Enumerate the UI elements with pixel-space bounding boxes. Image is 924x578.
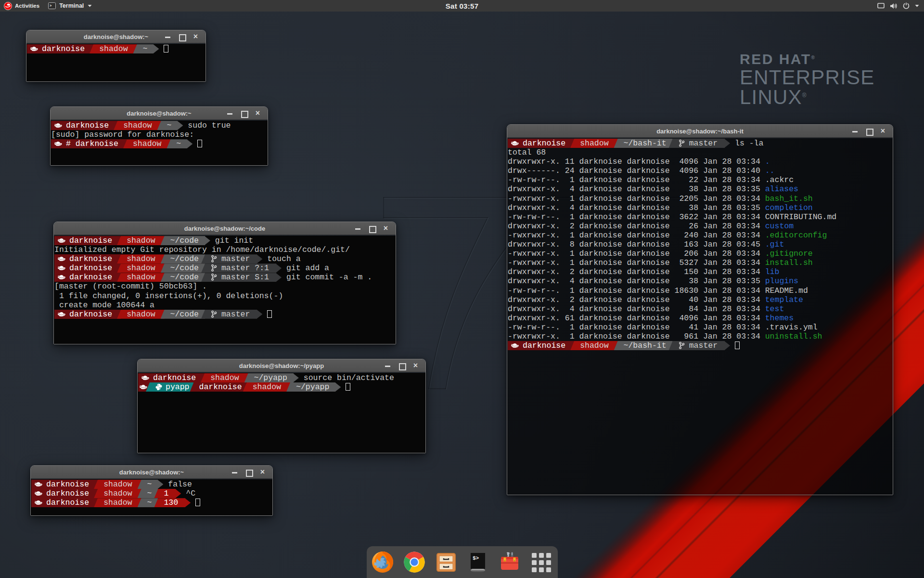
svg-text:$>: $> <box>473 555 479 561</box>
